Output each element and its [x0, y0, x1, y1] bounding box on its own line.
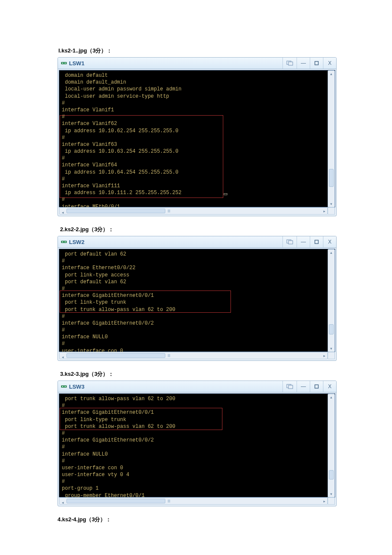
window-controls: — X [282, 58, 336, 69]
terminal-body-wrap: port trunk allow-pass vlan 62 to 200 # i… [58, 392, 336, 506]
close-button[interactable]: X [323, 236, 336, 247]
scroll-corner [328, 497, 335, 505]
svg-rect-1 [62, 63, 63, 64]
window-extra-button[interactable] [282, 58, 297, 69]
terminal-body-wrap: port default vlan 62 # interface Etherne… [58, 248, 336, 360]
svg-rect-14 [65, 386, 66, 387]
app-icon [61, 60, 67, 67]
maximize-button[interactable] [310, 58, 323, 69]
svg-rect-5 [315, 61, 318, 65]
document-page: I.ks2-1..jpg（3分）： LSW1 — X domain defaul… [0, 0, 392, 552]
scroll-right-icon[interactable]: ▸ [321, 498, 327, 504]
minimize-button[interactable]: — [297, 236, 310, 247]
svg-rect-13 [62, 386, 63, 387]
window-title: LSW2 [69, 239, 84, 245]
scroll-left-icon[interactable]: ◂ [60, 354, 66, 360]
scroll-thumb[interactable] [329, 324, 334, 334]
svg-rect-7 [62, 241, 63, 242]
svg-rect-2 [65, 63, 66, 64]
terminal-output[interactable]: domain default domain default_admin loca… [59, 70, 335, 207]
vertical-scrollbar[interactable]: ▴ ▾ [328, 249, 335, 352]
titlebar-left: LSW1 [58, 60, 84, 67]
horizontal-scrollbar[interactable]: ◂ ▸ [59, 352, 328, 359]
scroll-down-icon[interactable]: ▾ [328, 346, 334, 352]
scroll-thumb[interactable] [329, 470, 334, 479]
scroll-up-icon[interactable]: ▴ [328, 250, 334, 256]
titlebar-left: LSW2 [58, 238, 84, 245]
svg-rect-4 [288, 62, 293, 65]
terminal-output[interactable]: port default vlan 62 # interface Etherne… [59, 249, 335, 352]
horizontal-scrollbar[interactable]: ◂ ▸ [59, 497, 328, 505]
close-button[interactable]: X [323, 381, 336, 392]
svg-rect-16 [288, 385, 293, 389]
hscroll-handle-icon [168, 209, 170, 212]
titlebar[interactable]: LSW1 — X [58, 58, 336, 69]
close-button[interactable]: X [323, 58, 336, 69]
caption-1: I.ks2-1..jpg（3分）： [58, 47, 337, 55]
app-icon [61, 383, 67, 390]
scroll-thumb[interactable] [329, 169, 334, 187]
titlebar[interactable]: LSW3 — X [58, 381, 336, 392]
scroll-right-icon[interactable]: ▸ [321, 208, 327, 214]
cursor-icon: ▭ [223, 191, 228, 197]
window-title: LSW1 [69, 60, 84, 67]
scroll-up-icon[interactable]: ▴ [328, 71, 334, 77]
titlebar-left: LSW3 [58, 383, 84, 390]
svg-rect-10 [288, 241, 293, 244]
window-extra-button[interactable] [282, 236, 297, 247]
caption-4: 4.ks2-4.jpg（3分）： [58, 516, 337, 523]
scroll-left-icon[interactable]: ◂ [60, 500, 66, 506]
minimize-button[interactable]: — [297, 58, 310, 69]
svg-rect-11 [315, 240, 318, 244]
terminal-output[interactable]: port trunk allow-pass vlan 62 to 200 # i… [59, 393, 335, 497]
scroll-up-icon[interactable]: ▴ [328, 394, 334, 400]
window-title: LSW3 [69, 384, 84, 390]
scroll-down-icon[interactable]: ▾ [328, 201, 334, 207]
caption-3: 3.ks2-3.jpg（3分）： [60, 370, 337, 378]
terminal-window-lsw1: LSW1 — X domain default domain default_a… [58, 57, 337, 216]
vertical-scrollbar[interactable]: ▴ ▾ [328, 70, 335, 207]
maximize-button[interactable] [310, 236, 323, 247]
svg-rect-17 [315, 385, 318, 388]
titlebar[interactable]: LSW2 — X [58, 236, 336, 248]
terminal-window-lsw3: LSW3 — X port trunk allow-pass vlan 62 t… [58, 381, 337, 506]
vertical-scrollbar[interactable]: ▴ ▾ [328, 394, 335, 497]
svg-rect-0 [61, 62, 66, 64]
minimize-button[interactable]: — [297, 381, 310, 392]
hscroll-handle-icon [168, 500, 170, 503]
window-extra-button[interactable] [282, 381, 297, 392]
hscroll-thumb[interactable] [66, 353, 165, 358]
svg-rect-6 [61, 241, 66, 243]
maximize-button[interactable] [310, 381, 323, 392]
scroll-down-icon[interactable]: ▾ [328, 491, 334, 497]
hscroll-thumb[interactable] [66, 499, 165, 503]
scroll-corner [328, 352, 335, 359]
terminal-body-wrap: domain default domain default_admin loca… [58, 69, 336, 216]
scroll-corner [328, 207, 335, 215]
hscroll-thumb[interactable] [66, 209, 165, 213]
window-controls: — X [282, 236, 336, 247]
scroll-right-icon[interactable]: ▸ [321, 352, 327, 359]
app-icon [61, 238, 67, 245]
terminal-window-lsw2: LSW2 — X port default vlan 62 # interfac… [58, 236, 337, 361]
hscroll-handle-icon [168, 354, 170, 357]
caption-2: 2.ks2-2.jpg（3分）： [60, 226, 337, 233]
horizontal-scrollbar[interactable]: ◂ ▸ [59, 207, 328, 215]
window-controls: — X [282, 381, 336, 392]
svg-rect-12 [61, 386, 66, 387]
svg-rect-8 [65, 241, 66, 242]
scroll-left-icon[interactable]: ◂ [60, 209, 66, 216]
